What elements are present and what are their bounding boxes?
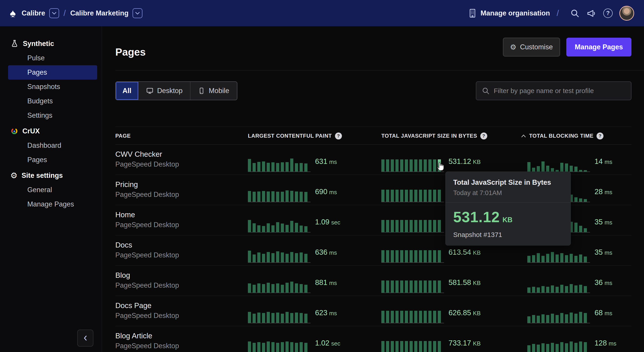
spark-bar[interactable] <box>272 225 274 232</box>
spark-bar[interactable] <box>272 284 274 293</box>
spark-bar[interactable] <box>386 190 389 202</box>
spark-bar[interactable] <box>532 315 535 323</box>
spark-bar[interactable] <box>281 252 284 262</box>
tab-mobile[interactable]: Mobile <box>190 82 237 100</box>
spark-bar[interactable] <box>424 280 427 293</box>
site-switcher-button[interactable] <box>132 8 142 18</box>
spark-bar[interactable] <box>428 311 432 323</box>
tbt-sparkline[interactable] <box>527 340 590 352</box>
spark-bar[interactable] <box>570 341 573 352</box>
spark-bar[interactable] <box>527 256 530 262</box>
spark-bar[interactable] <box>584 228 587 232</box>
table-row[interactable]: CWV Checker PageSpeed Desktop 631ms 531.… <box>115 145 632 175</box>
spark-bar[interactable] <box>419 159 422 171</box>
spark-bar[interactable] <box>405 341 408 352</box>
spark-bar[interactable] <box>574 197 578 202</box>
spark-bar[interactable] <box>267 283 270 293</box>
spark-bar[interactable] <box>414 159 418 171</box>
spark-bar[interactable] <box>391 341 394 352</box>
spark-bar[interactable] <box>248 251 251 262</box>
spark-bar[interactable] <box>565 163 568 171</box>
spark-bar[interactable] <box>574 343 578 352</box>
spark-bar[interactable] <box>386 159 389 171</box>
spark-bar[interactable] <box>248 191 251 202</box>
spark-bar[interactable] <box>414 311 418 323</box>
spark-bar[interactable] <box>551 285 554 293</box>
spark-bar[interactable] <box>579 312 582 323</box>
spark-bar[interactable] <box>381 250 384 262</box>
help-icon[interactable]: ? <box>480 132 487 139</box>
spark-bar[interactable] <box>300 192 303 202</box>
search-icon[interactable] <box>570 9 580 18</box>
spark-bar[interactable] <box>272 191 274 202</box>
spark-bar[interactable] <box>584 199 587 202</box>
spark-bar[interactable] <box>438 280 441 293</box>
spark-bar[interactable] <box>428 220 432 232</box>
spark-bar[interactable] <box>400 341 403 352</box>
spark-bar[interactable] <box>252 343 256 352</box>
spark-bar[interactable] <box>428 280 432 293</box>
spark-bar[interactable] <box>252 314 256 323</box>
manage-organisation-link[interactable]: Manage organisation <box>468 8 550 18</box>
spark-bar[interactable] <box>405 190 408 202</box>
lcp-sparkline[interactable] <box>248 219 310 233</box>
sidebar-section-synthetic[interactable]: Synthetic <box>0 37 102 51</box>
spark-bar[interactable] <box>570 312 573 323</box>
help-icon[interactable]: ? <box>603 9 613 18</box>
spark-bar[interactable] <box>300 342 303 352</box>
js-sparkline[interactable] <box>381 280 444 293</box>
sidebar-item-crux-pages[interactable]: Pages <box>8 153 97 167</box>
spark-bar[interactable] <box>276 192 279 202</box>
spark-bar[interactable] <box>424 311 427 323</box>
spark-bar[interactable] <box>295 343 298 352</box>
spark-bar[interactable] <box>252 285 256 293</box>
spark-bar[interactable] <box>527 345 530 352</box>
spark-bar[interactable] <box>391 220 394 232</box>
spark-bar[interactable] <box>579 254 582 262</box>
spark-bar[interactable] <box>300 163 303 171</box>
spark-bar[interactable] <box>257 252 260 262</box>
spark-bar[interactable] <box>290 221 293 232</box>
spark-bar[interactable] <box>424 341 427 352</box>
spark-bar[interactable] <box>262 313 265 323</box>
js-sparkline[interactable] <box>381 219 444 233</box>
spark-bar[interactable] <box>396 159 398 171</box>
spark-bar[interactable] <box>381 159 384 171</box>
tbt-sparkline[interactable] <box>527 310 590 323</box>
spark-bar[interactable] <box>556 287 559 293</box>
spark-bar[interactable] <box>532 287 535 293</box>
tab-all[interactable]: All <box>116 82 138 100</box>
spark-bar[interactable] <box>295 312 298 323</box>
spark-bar[interactable] <box>542 256 544 262</box>
spark-bar[interactable] <box>405 250 408 262</box>
spark-bar[interactable] <box>570 166 573 171</box>
spark-bar[interactable] <box>546 344 549 352</box>
spark-bar[interactable] <box>386 341 389 352</box>
spark-bar[interactable] <box>433 280 436 293</box>
spark-bar[interactable] <box>248 220 251 232</box>
sidebar-item-pages[interactable]: Pages <box>8 65 97 80</box>
spark-bar[interactable] <box>381 280 384 293</box>
spark-bar[interactable] <box>267 312 270 323</box>
spark-bar[interactable] <box>438 341 441 352</box>
js-sparkline[interactable] <box>381 310 444 323</box>
column-header-page[interactable]: PAGE <box>115 127 131 145</box>
spark-bar[interactable] <box>400 220 403 232</box>
spark-bar[interactable] <box>381 341 384 352</box>
spark-bar[interactable] <box>428 250 432 262</box>
spark-bar[interactable] <box>433 190 436 202</box>
spark-bar[interactable] <box>257 162 260 171</box>
spark-bar[interactable] <box>290 313 293 323</box>
table-row[interactable]: Blog PageSpeed Desktop 881ms 581.58KB 36… <box>115 266 632 296</box>
spark-bar[interactable] <box>262 191 265 202</box>
spark-bar[interactable] <box>386 250 389 262</box>
spark-bar[interactable] <box>267 223 270 232</box>
spark-bar[interactable] <box>546 287 549 293</box>
js-sparkline[interactable] <box>381 189 444 202</box>
spark-bar[interactable] <box>565 343 568 352</box>
customise-button[interactable]: ⚙ Customise <box>503 38 560 57</box>
help-icon[interactable]: ? <box>596 132 604 139</box>
spark-bar[interactable] <box>276 312 279 323</box>
spark-bar[interactable] <box>570 254 573 262</box>
spark-bar[interactable] <box>248 312 251 323</box>
